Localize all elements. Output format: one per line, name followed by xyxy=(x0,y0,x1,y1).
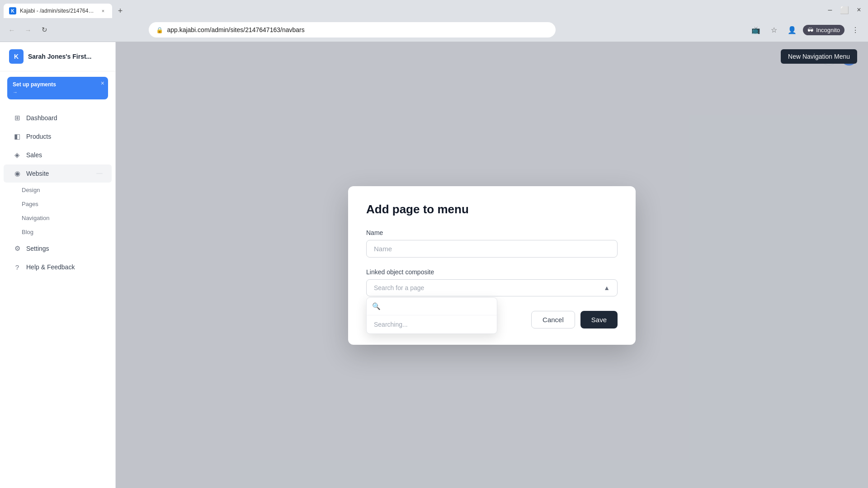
incognito-button[interactable]: 🕶 Incognito xyxy=(803,25,844,35)
sidebar-item-label-dashboard: Dashboard xyxy=(26,114,57,122)
new-navigation-menu-button[interactable]: New Navigation Menu xyxy=(781,49,857,64)
website-icon: ◉ xyxy=(13,169,22,178)
tab-controls: – ⬜ × xyxy=(825,5,864,17)
dialog-title: Add page to menu xyxy=(366,202,618,216)
app-layout: K Sarah Jones's First... × Set up paymen… xyxy=(0,42,868,488)
settings-icon: ⚙ xyxy=(13,244,22,253)
sidebar-item-settings[interactable]: ⚙ Settings xyxy=(4,239,112,258)
searching-status: Searching... xyxy=(367,315,497,333)
linked-object-dropdown-trigger[interactable]: Search for a page ▲ xyxy=(366,279,618,296)
lock-icon: 🔒 xyxy=(156,27,163,33)
name-form-group: Name xyxy=(366,229,618,258)
sidebar-sub-item-pages[interactable]: Pages xyxy=(0,197,115,211)
sidebar-item-label-website: Website xyxy=(26,170,49,177)
sidebar-item-label-products: Products xyxy=(26,133,51,140)
notification-close-button[interactable]: × xyxy=(101,80,104,87)
linked-object-form-group: Linked object composite Search for a pag… xyxy=(366,268,618,296)
sidebar-logo: K xyxy=(9,49,24,64)
linked-object-dropdown-container: Search for a page ▲ 🔍 Searching... xyxy=(366,279,618,296)
close-window-button[interactable]: × xyxy=(854,5,864,15)
dropdown-search-bar: 🔍 xyxy=(367,298,497,315)
products-icon: ◧ xyxy=(13,132,22,141)
dropdown-placeholder: Search for a page xyxy=(374,284,424,291)
save-button[interactable]: Save xyxy=(580,311,618,328)
profile-sync-icon[interactable]: 👤 xyxy=(785,23,799,37)
notification-desc: → xyxy=(13,89,103,95)
name-input[interactable] xyxy=(366,240,618,258)
active-tab[interactable]: K Kajabi - /admin/sites/214764716... × xyxy=(4,4,112,18)
dropdown-chevron-icon: ▲ xyxy=(604,284,610,291)
url-bar[interactable]: 🔒 app.kajabi.com/admin/sites/2147647163/… xyxy=(149,22,556,38)
menu-dots-button[interactable]: ⋮ xyxy=(848,23,863,37)
sidebar-header: K Sarah Jones's First... xyxy=(0,42,115,71)
incognito-icon: 🕶 xyxy=(807,27,813,33)
address-actions: 📺 ☆ 👤 🕶 Incognito ⋮ xyxy=(749,23,863,37)
sidebar-site-name: Sarah Jones's First... xyxy=(28,53,91,60)
cancel-button[interactable]: Cancel xyxy=(531,311,575,328)
tab-title: Kajabi - /admin/sites/214764716... xyxy=(20,8,96,14)
sidebar-item-label-settings: Settings xyxy=(26,245,49,252)
sidebar-item-label-sales: Sales xyxy=(26,151,42,159)
address-bar: ← → ↻ 🔒 app.kajabi.com/admin/sites/21476… xyxy=(0,18,868,42)
modal-overlay: New Navigation Menu Add page to menu Nam… xyxy=(116,42,868,488)
tab-close-button[interactable]: × xyxy=(99,7,107,14)
notification-link-icon: → xyxy=(13,89,18,95)
browser-chrome: K Kajabi - /admin/sites/214764716... × +… xyxy=(0,0,868,42)
bookmark-icon[interactable]: ☆ xyxy=(767,23,781,37)
back-button[interactable]: ← xyxy=(5,23,18,36)
notification-card: × Set up payments → xyxy=(7,77,108,99)
minimize-button[interactable]: – xyxy=(825,5,835,15)
tab-favicon: K xyxy=(9,7,16,14)
forward-button[interactable]: → xyxy=(22,23,34,36)
dashboard-icon: ⊞ xyxy=(13,113,22,122)
sidebar-item-sales[interactable]: ◈ Sales xyxy=(4,146,112,164)
sidebar-sub-item-navigation[interactable]: Navigation xyxy=(0,211,115,225)
linked-object-dropdown-menu: 🔍 Searching... xyxy=(366,297,497,334)
tab-bar: K Kajabi - /admin/sites/214764716... × +… xyxy=(0,0,868,18)
sidebar-sub-item-design[interactable]: Design xyxy=(0,183,115,197)
cast-icon[interactable]: 📺 xyxy=(749,23,763,37)
sidebar-item-products[interactable]: ◧ Products xyxy=(4,127,112,145)
sidebar-item-help[interactable]: ? Help & Feedback xyxy=(4,258,112,276)
new-tab-button[interactable]: + xyxy=(114,5,127,17)
sidebar-sub-item-blog[interactable]: Blog xyxy=(0,225,115,239)
name-label: Name xyxy=(366,229,618,236)
linked-object-label: Linked object composite xyxy=(366,268,618,276)
sidebar-item-website[interactable]: ◉ Website xyxy=(4,164,112,183)
sidebar-item-label-help: Help & Feedback xyxy=(26,263,75,271)
sidebar-item-dashboard[interactable]: ⊞ Dashboard xyxy=(4,109,112,127)
help-icon: ? xyxy=(13,263,22,272)
sales-icon: ◈ xyxy=(13,150,22,160)
website-badge xyxy=(96,173,103,174)
maximize-button[interactable]: ⬜ xyxy=(839,5,850,15)
dropdown-search-input[interactable] xyxy=(384,303,491,310)
notification-title: Set up payments xyxy=(13,81,103,88)
incognito-label: Incognito xyxy=(816,27,840,33)
dropdown-search-icon: 🔍 xyxy=(372,302,381,310)
reload-button[interactable]: ↻ xyxy=(38,23,51,36)
main-content: 🔍 SJ New Navigation Menu Add page to men… xyxy=(116,42,868,488)
sidebar-nav: ⊞ Dashboard ◧ Products ◈ Sales ◉ Website… xyxy=(0,105,115,488)
url-text: app.kajabi.com/admin/sites/2147647163/na… xyxy=(167,26,304,33)
add-page-dialog: Add page to menu Name Linked object comp… xyxy=(348,186,636,345)
sidebar: K Sarah Jones's First... × Set up paymen… xyxy=(0,42,116,488)
